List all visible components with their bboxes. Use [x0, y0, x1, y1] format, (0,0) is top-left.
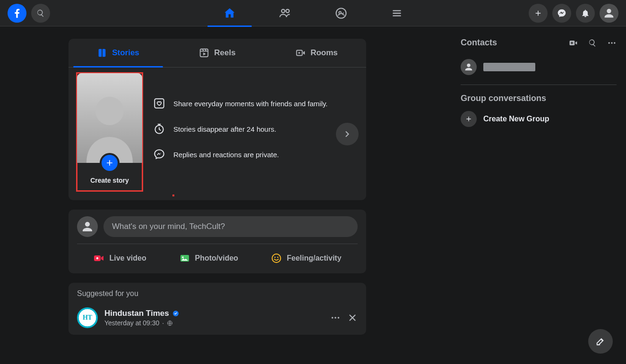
create-new-group[interactable]: Create New Group: [461, 111, 617, 127]
svg-point-16: [332, 317, 334, 319]
groups-icon: [334, 7, 348, 20]
notifications-button[interactable]: [576, 4, 595, 23]
person-icon: [463, 62, 474, 72]
create-story-tile[interactable]: Create story: [77, 73, 142, 191]
search-button[interactable]: [31, 4, 50, 23]
stories-next-button[interactable]: [336, 123, 359, 145]
svg-point-18: [338, 317, 340, 319]
feeling-activity-button[interactable]: Feeling/activity: [264, 249, 348, 268]
right-column: Contacts Group conversations Create New …: [456, 26, 626, 364]
top-header: [0, 0, 626, 26]
more-dots-icon[interactable]: [330, 313, 341, 323]
create-story-plus: [100, 153, 120, 173]
globe-icon: [167, 320, 173, 326]
friends-icon: [279, 7, 292, 20]
tab-reels-label: Reels: [214, 48, 235, 58]
composer-top: What's on your mind, TechCult?: [77, 216, 358, 244]
close-icon[interactable]: [347, 313, 358, 323]
story-info: Share everyday moments with friends and …: [153, 73, 358, 161]
suggested-meta: Hindustan Times Yesterday at 09:30 ·: [104, 309, 324, 327]
composer-avatar[interactable]: [77, 216, 98, 237]
story-info-1-text: Share everyday moments with friends and …: [173, 100, 328, 108]
stories-card: Stories Reels Rooms: [69, 39, 366, 200]
composer-input[interactable]: What's on your mind, TechCult?: [103, 216, 358, 237]
right-nav: [529, 4, 618, 23]
svg-rect-1: [200, 49, 208, 57]
create-group-label: Create New Group: [483, 115, 549, 123]
stories-tab-icon: [97, 48, 107, 58]
svg-point-10: [182, 256, 184, 258]
main-area: Stories Reels Rooms: [0, 26, 626, 364]
composer-placeholder: What's on your mind, TechCult?: [112, 222, 225, 231]
create-story-image: [77, 73, 142, 163]
home-icon: [223, 7, 236, 20]
menu-icon: [391, 7, 403, 19]
search-icon[interactable]: [588, 39, 597, 47]
account-button[interactable]: [600, 4, 618, 23]
suggested-page-name[interactable]: Hindustan Times: [104, 309, 169, 318]
tab-stories[interactable]: Stories: [69, 39, 168, 67]
suggested-card: Suggested for you HT Hindustan Times Yes…: [69, 283, 366, 335]
group-conversations-title: Group conversations: [461, 93, 617, 103]
messenger-button[interactable]: [552, 4, 571, 23]
photo-video-icon: [179, 253, 190, 264]
suggested-actions: [330, 313, 358, 323]
center-nav: [204, 0, 423, 26]
facebook-f-icon: [11, 7, 23, 19]
svg-rect-5: [154, 99, 164, 108]
more-dots-icon[interactable]: [607, 38, 617, 48]
story-info-2: Stories disappear after 24 hours.: [153, 122, 358, 135]
person-icon: [602, 7, 616, 20]
create-story-label: Create story: [90, 173, 129, 191]
create-button[interactable]: [529, 4, 548, 23]
suggested-timestamp[interactable]: Yesterday at 09:30: [104, 319, 159, 327]
heart-card-icon: [153, 97, 166, 110]
svg-point-20: [609, 42, 610, 43]
live-video-label: Live video: [109, 254, 146, 262]
bell-icon: [581, 8, 590, 18]
live-video-button[interactable]: Live video: [86, 249, 153, 268]
story-info-3: Replies and reactions are private.: [153, 148, 358, 161]
person-placeholder-icon: [77, 73, 142, 163]
svg-point-11: [272, 254, 281, 262]
create-group-plus: [461, 111, 477, 127]
svg-point-12: [274, 257, 276, 258]
svg-point-22: [614, 42, 615, 43]
story-info-3-text: Replies and reactions are private.: [173, 151, 279, 159]
messenger-icon: [557, 8, 566, 18]
search-icon: [36, 9, 45, 17]
tab-rooms-label: Rooms: [310, 48, 338, 58]
facebook-logo[interactable]: [8, 4, 26, 23]
tab-stories-label: Stories: [112, 48, 139, 58]
contact-name-redacted: [483, 63, 535, 71]
rooms-tab-icon: [295, 48, 306, 58]
clock-icon: [153, 122, 166, 135]
photo-video-label: Photo/video: [195, 254, 239, 262]
nav-home[interactable]: [204, 0, 256, 26]
nav-menu[interactable]: [371, 0, 423, 26]
tab-rooms[interactable]: Rooms: [267, 39, 366, 67]
suggested-avatar[interactable]: HT: [77, 307, 98, 328]
svg-point-13: [277, 257, 279, 258]
suggested-item[interactable]: HT Hindustan Times Yesterday at 09:30 ·: [77, 307, 358, 328]
edit-icon: [595, 336, 606, 347]
red-dot-indicator: [172, 195, 174, 196]
tab-reels[interactable]: Reels: [168, 39, 267, 67]
feeling-icon: [271, 253, 282, 264]
photo-video-button[interactable]: Photo/video: [172, 249, 245, 268]
chevron-right-icon: [343, 129, 352, 139]
nav-groups[interactable]: [315, 0, 367, 26]
contacts-title: Contacts: [461, 38, 497, 48]
story-info-2-text: Stories disappear after 24 hours.: [173, 125, 276, 133]
feed-column: Stories Reels Rooms: [69, 26, 366, 364]
contacts-header: Contacts: [461, 38, 617, 48]
contact-item[interactable]: [461, 56, 617, 78]
svg-point-17: [334, 317, 336, 319]
nav-friends[interactable]: [259, 0, 311, 26]
stories-tabs: Stories Reels Rooms: [69, 39, 366, 68]
suggested-subline: Yesterday at 09:30 ·: [104, 319, 324, 327]
new-room-icon[interactable]: [568, 38, 578, 48]
messenger-outline-icon: [153, 148, 166, 161]
plus-icon: [534, 9, 542, 17]
new-message-fab[interactable]: [588, 329, 613, 354]
